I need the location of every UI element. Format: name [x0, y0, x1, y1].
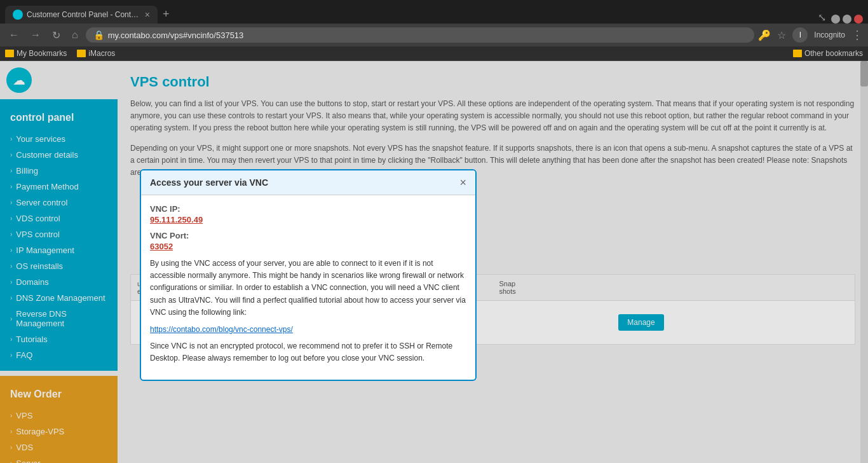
bookmarks-bar: My Bookmarks iMacros Other bookmarks	[0, 46, 868, 61]
page-content: ☁ control panel › Your services › Custom…	[0, 61, 868, 463]
vnc-port-value: 63052	[150, 242, 466, 251]
dialog-body: VNC IP: 95.111.250.49 VNC Port: 63052 By…	[141, 195, 475, 380]
bookmark-my-bookmarks[interactable]: My Bookmarks	[5, 49, 67, 58]
tab-bar: Customer Control Panel - Conta... × + ⤡ …	[0, 0, 868, 24]
forward-button[interactable]: →	[27, 28, 44, 42]
vnc-port-label: VNC Port:	[150, 231, 466, 240]
bookmark-imacros[interactable]: iMacros	[77, 49, 115, 58]
bookmark-label: My Bookmarks	[17, 49, 67, 58]
dialog-close-button[interactable]: ×	[459, 177, 466, 188]
maximize-button[interactable]: □	[843, 15, 851, 24]
menu-icon[interactable]: ⋮	[851, 28, 863, 42]
browser-action-icon[interactable]: ⤡	[818, 11, 826, 24]
dialog-body-text-1: By using the VNC access of your server, …	[150, 258, 466, 319]
tab-close-icon[interactable]: ×	[145, 10, 150, 20]
dialog-title: Access your server via VNC	[150, 177, 268, 188]
bookmark-folder-icon-2	[77, 50, 86, 57]
incognito-label: Incognito	[814, 31, 845, 39]
lock-icon: 🔒	[93, 30, 104, 40]
back-button[interactable]: ←	[5, 28, 23, 42]
new-tab-button[interactable]: +	[158, 5, 175, 24]
account-icon[interactable]: I	[792, 27, 808, 43]
window-controls: — □ ×	[831, 15, 863, 24]
dialog-header: Access your server via VNC ×	[141, 170, 475, 195]
vnc-ip-label: VNC IP:	[150, 204, 466, 214]
tab-favicon	[13, 10, 23, 20]
bookmarks-right: Other bookmarks	[793, 49, 863, 58]
browser-tab-actions: ⤡	[818, 11, 826, 24]
dialog-body-text-2: Since VNC is not an encrypted protocol, …	[150, 340, 466, 364]
dialog-overlay: Access your server via VNC × VNC IP: 95.…	[0, 61, 868, 463]
star-icon[interactable]: ☆	[777, 29, 786, 41]
bookmark-label-2: iMacros	[88, 49, 115, 58]
close-button[interactable]: ×	[854, 15, 863, 24]
key-icon[interactable]: 🔑	[758, 29, 771, 41]
nav-icons: 🔑 ☆ I Incognito ⋮	[758, 27, 863, 43]
bookmark-folder-icon-3	[793, 50, 802, 57]
bookmark-label-3: Other bookmarks	[804, 49, 863, 58]
url-text: my.contabo.com/vps#vncinfo/537513	[108, 31, 747, 40]
refresh-button[interactable]: ↻	[48, 28, 64, 43]
nav-bar: ← → ↻ ⌂ 🔒 my.contabo.com/vps#vncinfo/537…	[0, 24, 868, 46]
home-button[interactable]: ⌂	[68, 28, 82, 42]
address-bar[interactable]: 🔒 my.contabo.com/vps#vncinfo/537513	[86, 27, 755, 43]
active-tab[interactable]: Customer Control Panel - Conta... ×	[5, 6, 158, 24]
minimize-button[interactable]: —	[831, 15, 840, 24]
bookmark-other[interactable]: Other bookmarks	[793, 49, 863, 58]
bookmark-folder-icon	[5, 50, 14, 57]
vnc-dialog: Access your server via VNC × VNC IP: 95.…	[140, 169, 477, 381]
dialog-link[interactable]: https://contabo.com/blog/vnc-connect-vps…	[150, 325, 466, 334]
tab-title: Customer Control Panel - Conta...	[27, 10, 141, 19]
vnc-ip-value: 95.111.250.49	[150, 215, 466, 225]
browser-chrome: Customer Control Panel - Conta... × + ⤡ …	[0, 0, 868, 61]
